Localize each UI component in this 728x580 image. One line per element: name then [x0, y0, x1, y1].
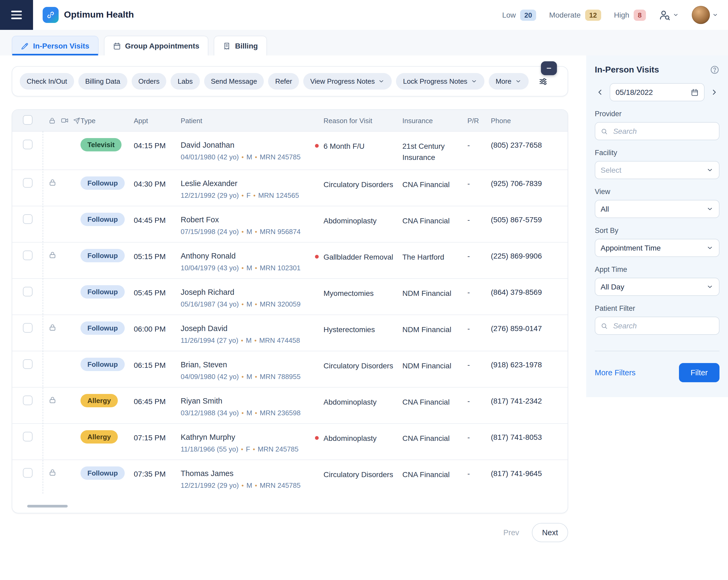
- row-checkbox[interactable]: [23, 214, 32, 224]
- table-row[interactable]: Followup 04:30 PM Leslie Alexander 12/21…: [12, 170, 568, 206]
- next-day-button[interactable]: [709, 87, 720, 98]
- filter-button[interactable]: Filter: [679, 363, 720, 382]
- separator-dot: •: [241, 264, 243, 272]
- pr-value: -: [467, 285, 491, 296]
- pr-value: -: [467, 322, 491, 333]
- patient-filter-search-input[interactable]: [612, 321, 713, 330]
- risk-count-badge: 12: [585, 9, 601, 21]
- patient-dob-age: 11/26/1994 (27 yo): [181, 336, 238, 344]
- more-button[interactable]: More: [489, 73, 528, 90]
- prev-button[interactable]: Prev: [496, 524, 527, 541]
- patient-mrn: MRN 474458: [259, 336, 300, 344]
- table-row[interactable]: Followup 05:45 PM Joseph Richard 05/16/1…: [12, 278, 568, 314]
- risk-filter-moderate[interactable]: Moderate 12: [549, 9, 601, 21]
- row-checkbox[interactable]: [23, 251, 32, 260]
- tab-in-person-visits[interactable]: In-Person Visits: [12, 36, 98, 55]
- table-row[interactable]: Allergy 06:45 PM Riyan Smith 03/12/1988 …: [12, 387, 568, 423]
- pen-icon: [21, 42, 29, 50]
- row-checkbox[interactable]: [23, 178, 32, 188]
- row-checkbox[interactable]: [23, 396, 32, 405]
- billing-data-button[interactable]: Billing Data: [78, 73, 127, 90]
- collapse-toolbar-button[interactable]: [541, 61, 557, 75]
- row-checkbox[interactable]: [23, 323, 32, 333]
- refer-button[interactable]: Refer: [268, 73, 299, 90]
- filters-sidebar: In-Person Visits 05/18/2022 Provider: [586, 55, 728, 397]
- col-phone: Phone: [491, 117, 560, 124]
- col-appt: Appt: [134, 117, 181, 124]
- separator-dot: •: [255, 482, 257, 489]
- patient-meta: 03/12/1988 (34 yo)•M•MRN 236598: [181, 409, 315, 417]
- view-select[interactable]: All: [595, 200, 720, 218]
- date-input[interactable]: 05/18/2022: [610, 83, 705, 101]
- patient-mrn: MRN 245785: [260, 481, 301, 489]
- view-progress-notes-button[interactable]: View Progress Notes: [303, 73, 392, 90]
- insurance: CNA Financial: [402, 394, 467, 408]
- menu-button[interactable]: [0, 0, 33, 30]
- prev-day-button[interactable]: [595, 87, 605, 98]
- table-row[interactable]: Allergy 07:15 PM Kathryn Murphy 11/18/19…: [12, 423, 568, 459]
- separator-dot: •: [253, 446, 255, 453]
- patient-name: Kathryn Murphy: [181, 430, 315, 442]
- table-row[interactable]: Followup 04:45 PM Robert Fox 07/15/1998 …: [12, 206, 568, 242]
- user-menu[interactable]: [692, 6, 719, 24]
- tab-label: In-Person Visits: [33, 42, 89, 50]
- table-row[interactable]: Followup 06:00 PM Joseph David 11/26/199…: [12, 314, 568, 351]
- row-checkbox[interactable]: [23, 432, 32, 442]
- pr-value: -: [467, 430, 491, 442]
- sidebar-field-label: Sort By: [595, 227, 720, 234]
- risk-filter-low[interactable]: Low 20: [502, 9, 536, 21]
- column-settings-button[interactable]: [536, 74, 550, 88]
- facility-select[interactable]: Select: [595, 161, 720, 179]
- send-message-button[interactable]: Send Message: [204, 73, 264, 90]
- more-filters-link[interactable]: More Filters: [595, 368, 635, 377]
- lock-icon: [49, 117, 56, 124]
- patient-name: Robert Fox: [181, 213, 315, 224]
- appt-time: 07:15 PM: [134, 430, 181, 442]
- orders-button[interactable]: Orders: [131, 73, 166, 90]
- patient-dob-age: 10/04/1979 (43 yo): [181, 264, 239, 272]
- tab-label: Group Appointments: [125, 42, 199, 50]
- patient-mrn: MRN 124565: [258, 192, 299, 199]
- patient-mrn: MRN 245785: [260, 153, 301, 161]
- toolbar-button-label: Billing Data: [85, 77, 121, 85]
- patient-sex: M: [246, 228, 252, 236]
- lock-progress-notes-button[interactable]: Lock Progress Notes: [396, 73, 485, 90]
- check-in-out-button[interactable]: Check In/Out: [20, 73, 74, 90]
- appt-time: 07:35 PM: [134, 466, 181, 478]
- optimum-health-app: Optimum Health Low 20 Moderate 12 High 8…: [0, 0, 728, 580]
- table-row[interactable]: Followup 05:15 PM Anthony Ronald 10/04/1…: [12, 242, 568, 278]
- tab-group-appointments[interactable]: Group Appointments: [104, 36, 208, 55]
- help-button[interactable]: [710, 65, 720, 75]
- patient-name: Joseph Richard: [181, 285, 315, 296]
- labs-button[interactable]: Labs: [171, 73, 200, 90]
- risk-filter-high[interactable]: High 8: [614, 9, 646, 21]
- row-checkbox[interactable]: [23, 287, 32, 296]
- appt-time: 06:00 PM: [134, 322, 181, 333]
- appt-time-select[interactable]: All Day: [595, 278, 720, 296]
- lock-icon: [49, 324, 56, 332]
- table-row[interactable]: Televisit 04:15 PM David Jonathan 04/01/…: [12, 131, 568, 170]
- provider-search-input[interactable]: [612, 126, 713, 136]
- sort-by-select[interactable]: Appointment Time: [595, 239, 720, 257]
- patient-meta: 11/18/1966 (55 yo)•F•MRN 245785: [181, 445, 315, 453]
- row-checkbox[interactable]: [23, 468, 32, 478]
- chevron-down-icon: [673, 12, 679, 18]
- patient-search-button[interactable]: [659, 9, 679, 21]
- field-provider: Provider: [595, 110, 720, 140]
- tab-billing[interactable]: Billing: [214, 36, 267, 55]
- toolbar-button-label: Refer: [275, 77, 292, 85]
- toolbar-button-label: Check In/Out: [27, 77, 67, 85]
- horizontal-scrollbar[interactable]: [27, 505, 68, 507]
- row-checkbox[interactable]: [23, 359, 32, 369]
- select-all-checkbox[interactable]: [23, 115, 32, 124]
- table-row[interactable]: Followup 07:35 PM Thomas James 12/21/199…: [12, 459, 568, 496]
- field-appt-time: Appt Time All Day: [595, 266, 720, 296]
- chevron-down-icon: [706, 205, 713, 213]
- next-button[interactable]: Next: [532, 523, 568, 542]
- separator-dot: •: [254, 337, 256, 344]
- visit-type-badge: Allergy: [80, 430, 118, 444]
- table-row[interactable]: Followup 06:15 PM Brian, Steven 04/09/19…: [12, 351, 568, 387]
- row-checkbox[interactable]: [23, 140, 32, 149]
- field-facility: Facility Select: [595, 149, 720, 179]
- toolbar-button-label: Labs: [178, 77, 193, 85]
